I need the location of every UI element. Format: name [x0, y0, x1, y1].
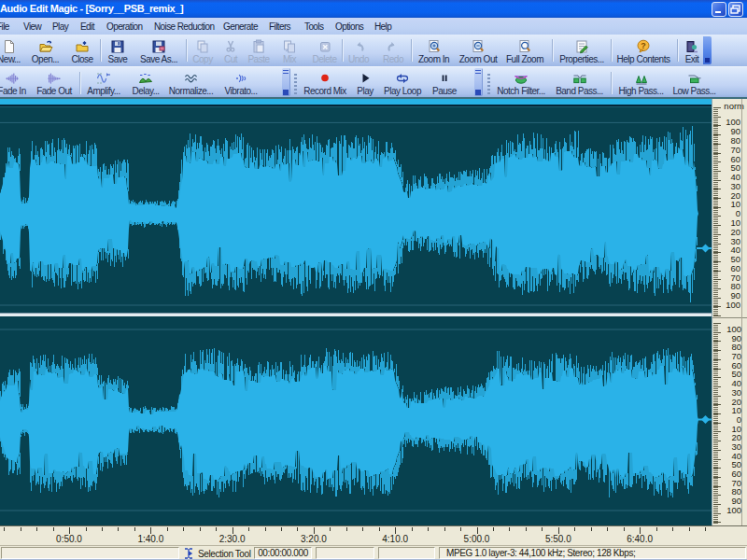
svg-text:?: ? — [641, 41, 646, 50]
